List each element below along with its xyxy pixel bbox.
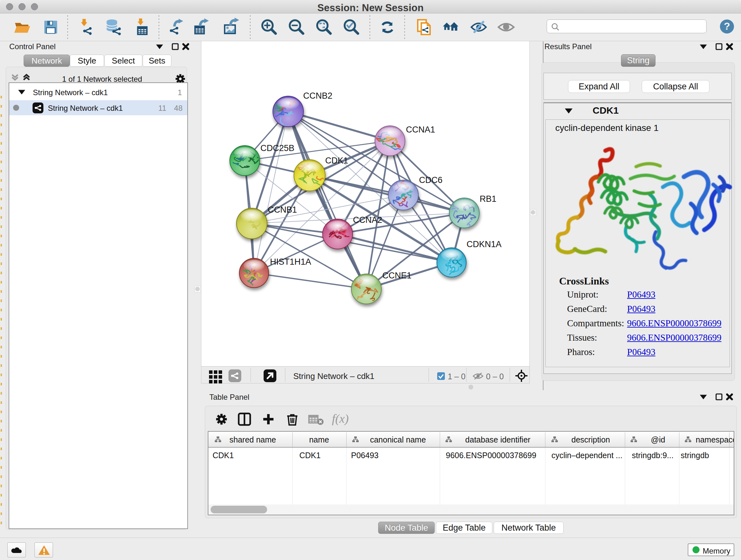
svg-text:CCNA1: CCNA1 [406,125,435,134]
svg-text:CDC6: CDC6 [419,175,443,185]
svg-text:CDC25B: CDC25B [260,143,294,153]
svg-text:HIST1H1A: HIST1H1A [270,257,311,266]
svg-text:CCNB1: CCNB1 [268,205,297,214]
svg-text:RB1: RB1 [480,194,496,204]
svg-text:CDKN1A: CDKN1A [467,240,502,249]
svg-text:CCNE1: CCNE1 [382,271,412,280]
svg-text:CCNB2: CCNB2 [303,91,333,101]
svg-text:CCNA2: CCNA2 [353,215,382,225]
svg-text:CDK1: CDK1 [325,156,348,165]
